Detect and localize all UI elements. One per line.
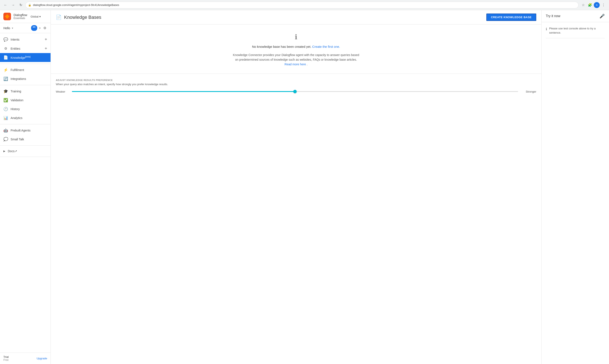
url-text: dialogflow.cloud.google.com/#/agent/mypr… <box>33 3 119 7</box>
sidebar-item-training[interactable]: 🎓 Training <box>0 87 51 96</box>
page-title-row: 📄 Knowledge Bases <box>56 14 101 20</box>
global-selector[interactable]: Global ▾ <box>30 15 42 18</box>
knowledge-slider[interactable] <box>72 91 518 92</box>
brand-subtitle: Essentials <box>13 17 27 20</box>
dialogflow-logo <box>3 13 11 20</box>
sidebar-item-validation[interactable]: ✅ Validation <box>0 96 51 105</box>
slider-stronger-label: Stronger <box>521 90 536 93</box>
chrome-browser-bar: ← → ↻ 🔒 dialogflow.cloud.google.com/#/ag… <box>0 0 609 10</box>
read-more-link[interactable]: Read more here <box>285 63 307 66</box>
try-it-hint: ℹ Please use test console above to try a… <box>546 26 605 35</box>
microphone-button[interactable]: 🎤 <box>599 13 605 19</box>
trial-label: Trial <box>3 355 9 359</box>
global-label: Global <box>31 15 39 18</box>
menu-button[interactable]: ⋮ <box>601 2 607 8</box>
nav-section-5: ▶ Docs↗ <box>0 146 51 157</box>
nav-section: 💬 Intents + ⚙ Entities + 📄 Knowledge[bet… <box>0 33 51 64</box>
lock-icon: 🔒 <box>28 4 31 7</box>
smalltalk-label: Small Talk <box>11 138 24 141</box>
intents-icon: 💬 <box>3 37 8 42</box>
sidebar-item-prebuilt[interactable]: 🤖 Prebuilt Agents <box>0 126 51 135</box>
no-kb-text: No knowledge base has been created yet. … <box>56 44 536 49</box>
no-kb-plain-text: No knowledge base has been created yet. <box>252 45 311 48</box>
slider-container: Weaker Stronger <box>56 90 536 93</box>
sidebar-footer: Trial Free Upgrade <box>0 352 51 364</box>
training-icon: 🎓 <box>3 89 8 94</box>
page-title-icon: 📄 <box>56 14 62 20</box>
settings-button[interactable]: ⚙ <box>42 25 47 31</box>
chevron-down-icon: ▾ <box>39 15 41 18</box>
try-it-title: Try it now <box>546 14 560 18</box>
sidebar-item-fulfillment[interactable]: ⚡ Fulfillment <box>0 65 51 74</box>
sidebar-item-docs[interactable]: ▶ Docs↗ <box>0 147 51 155</box>
create-knowledge-base-button[interactable]: CREATE KNOWLEDGE BASE <box>486 13 536 21</box>
create-first-link[interactable]: Create the first one. <box>312 45 340 48</box>
add-language-button[interactable]: + <box>38 25 42 31</box>
try-it-body: ℹ Please use test console above to try a… <box>542 22 609 364</box>
sidebar-item-intents[interactable]: 💬 Intents + <box>0 35 51 44</box>
sidebar-item-history[interactable]: 🕐 History <box>0 105 51 114</box>
sidebar: Dialogflow Essentials Global ▾ Hello ▾ e… <box>0 10 51 364</box>
history-label: History <box>11 107 20 111</box>
add-entity-button[interactable]: + <box>45 46 47 51</box>
chrome-actions: ☆ 🧩 n ⋮ <box>580 2 607 8</box>
integrations-label: Integrations <box>11 77 26 80</box>
nav-section-2: ⚡ Fulfillment 🔄 Integrations <box>0 64 51 85</box>
analytics-label: Analytics <box>11 116 22 120</box>
nav-section-3: 🎓 Training ✅ Validation 🕐 History 📊 Anal… <box>0 85 51 124</box>
extensions-button[interactable]: 🧩 <box>587 2 593 8</box>
sidebar-item-integrations[interactable]: 🔄 Integrations <box>0 74 51 83</box>
add-intent-button[interactable]: + <box>45 37 47 42</box>
preference-section: ADJUST KNOWLEDGE RESULTS PREFERENCE When… <box>51 74 541 102</box>
profile-button[interactable]: n <box>594 2 600 8</box>
address-bar[interactable]: 🔒 dialogflow.cloud.google.com/#/agent/my… <box>25 2 579 8</box>
entities-icon: ⚙ <box>3 47 8 51</box>
try-it-header: Try it now 🎤 <box>542 10 609 22</box>
logo-diamond <box>5 14 10 19</box>
intents-label: Intents <box>11 38 19 41</box>
info-desc-text: Knowledge Connector provides your Dialog… <box>233 53 359 61</box>
reload-button[interactable]: ↻ <box>18 2 24 8</box>
forward-button[interactable]: → <box>10 2 16 8</box>
free-label: Free <box>3 359 9 362</box>
history-icon: 🕐 <box>3 107 8 111</box>
back-button[interactable]: ← <box>2 2 8 8</box>
page-title: Knowledge Bases <box>64 14 101 20</box>
sidebar-item-entities[interactable]: ⚙ Entities + <box>0 44 51 53</box>
brand-title: Dialogflow Essentials <box>13 13 27 20</box>
sidebar-header: Dialogflow Essentials Global ▾ <box>0 10 51 23</box>
info-icon: ℹ <box>546 27 547 32</box>
brand-name: Dialogflow <box>13 13 27 17</box>
slider-weaker-label: Weaker <box>56 90 68 93</box>
upgrade-button[interactable]: Upgrade <box>37 357 47 360</box>
entities-label: Entities <box>11 47 20 50</box>
integrations-icon: 🔄 <box>3 77 8 81</box>
agent-name-text: Hello <box>3 26 10 30</box>
agent-name: Hello ▾ <box>3 26 13 30</box>
bookmark-button[interactable]: ☆ <box>580 2 586 8</box>
knowledge-label: Knowledge[beta] <box>11 56 30 59</box>
try-it-hint-text: Please use test console above to try a s… <box>549 26 605 35</box>
agent-chevron-icon: ▾ <box>12 27 13 30</box>
agent-controls: en + ⚙ <box>31 25 47 31</box>
docs-label: Docs↗ <box>8 149 17 153</box>
main-content: 📄 Knowledge Bases CREATE KNOWLEDGE BASE … <box>51 10 541 364</box>
page-header: 📄 Knowledge Bases CREATE KNOWLEDGE BASE <box>51 10 541 25</box>
app: Dialogflow Essentials Global ▾ Hello ▾ e… <box>0 10 609 364</box>
pref-desc: When your query also matches an intent, … <box>56 83 536 86</box>
info-circle-icon: ℹ <box>56 33 536 41</box>
smalltalk-icon: 💭 <box>3 137 8 142</box>
trial-info: Trial Free <box>3 355 9 362</box>
prebuilt-label: Prebuilt Agents <box>11 129 30 132</box>
info-desc: Knowledge Connector provides your Dialog… <box>233 53 359 67</box>
prebuilt-icon: 🤖 <box>3 128 8 133</box>
sidebar-item-smalltalk[interactable]: 💭 Small Talk <box>0 135 51 144</box>
language-badge[interactable]: en <box>31 25 37 31</box>
analytics-icon: 📊 <box>3 116 8 120</box>
sidebar-item-analytics[interactable]: 📊 Analytics <box>0 114 51 122</box>
fulfillment-label: Fulfillment <box>11 68 24 72</box>
slider-thumb[interactable] <box>293 90 297 93</box>
agent-section: Hello ▾ en + ⚙ <box>0 23 51 33</box>
content-area: ℹ No knowledge base has been created yet… <box>51 25 541 364</box>
sidebar-item-knowledge[interactable]: 📄 Knowledge[beta] <box>0 53 51 62</box>
